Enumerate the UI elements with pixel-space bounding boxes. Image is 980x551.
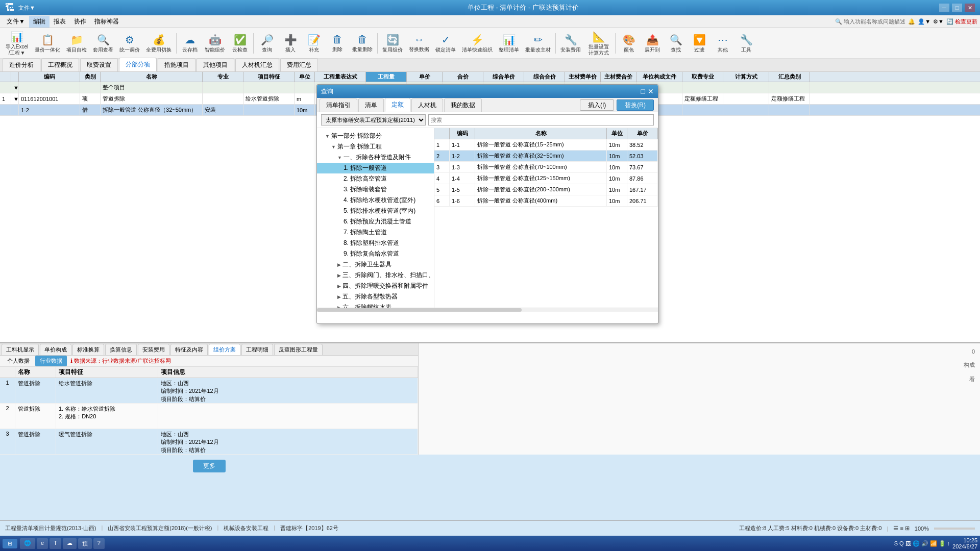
menu-collaborate[interactable]: 协作 [70,16,90,28]
menu-edit[interactable]: 编辑 [29,16,50,28]
list-row-6[interactable]: 6 1-6 拆除一般管道 公称直径(400mm) 10m 206.71 [434,195,658,207]
filter-btn[interactable]: 🔽 过滤 [688,30,710,57]
taskbar-budget[interactable]: 预 [78,538,92,549]
tab-fee-settings[interactable]: 取费设置 [80,58,118,71]
menu-report[interactable]: 报表 [50,16,70,28]
tab-std-convert[interactable]: 标准换算 [72,344,104,355]
dialog-tab-materials[interactable]: 人材机 [411,98,443,112]
batch-modify-btn[interactable]: ✏ 批量改主材 [523,30,553,57]
tab-reverse-look[interactable]: 反查图形工程量 [274,344,323,355]
taskbar-help[interactable]: ? [93,538,105,549]
taskbar-start[interactable]: ⊞ [3,539,17,548]
dialog-close-btn[interactable]: ✕ [648,87,654,95]
tab-engineering-detail[interactable]: 工程明细 [241,344,273,355]
dialog-insert-btn[interactable]: 插入(I) [580,99,614,111]
tree-item-5-pipe[interactable]: 5. 拆除排水梗枝管道(室内) [317,206,434,216]
industry-row-3[interactable]: 3 管道拆除 暖气管道拆除 地区：山西编制时间：2021年12月项目阶段：结算价… [0,429,418,455]
minimize-btn[interactable]: ─ [939,4,949,12]
tab-section-items[interactable]: 分部分项 [119,58,157,71]
tree-item-sect1[interactable]: ▼ 一、拆除各种管道及附件 [317,152,434,163]
subtab-personal[interactable]: 个人数据 [3,356,34,366]
tab-unit-comp[interactable]: 单价构成 [40,344,71,355]
subtab-industry[interactable]: 行业数据 [35,356,67,366]
check-usage-btn[interactable]: 🔍 套用查看 [90,30,116,57]
tab-other-items[interactable]: 其他项目 [197,58,234,71]
tab-install-cost[interactable]: 安装费用 [138,344,169,355]
batch-delete-btn[interactable]: 🗑 批量删除 [350,30,375,57]
import-excel-btn[interactable]: 📊 导入Excel/工程▼ [3,30,31,57]
list-row-5[interactable]: 5 1-5 拆除一般管道 公称直径(200~300mm) 10m 167.17 [434,184,658,195]
industry-row-1[interactable]: 1 管道拆除 给水管道拆除 地区：山西编制时间：2021年12月项目阶段：结算价… [0,378,418,404]
dialog-tab-my-data[interactable]: 我的数据 [444,98,482,112]
dialog-maximize-btn[interactable]: □ [641,87,645,95]
tools-btn[interactable]: 🔧 工具 [735,30,757,57]
full-apply-btn[interactable]: 💰 全费用切换 [143,30,174,57]
dialog-scrollbar[interactable] [317,308,658,312]
smart-cloud-btn[interactable]: 🤖 智能组价 [202,30,228,57]
project-info-btn[interactable]: 📁 项目自检 [64,30,89,57]
tree-item-sect2[interactable]: ▶ 二、拆除卫生器具 [317,259,434,270]
tree-item-1-pipe[interactable]: 1. 拆除一般管道 [317,163,434,173]
list-row-1[interactable]: 1 1-1 拆除一般管道 公称直径(15~25mm) 10m 38.52 [434,139,658,151]
quick-adjust-btn[interactable]: ⚡ 清单快速组织 [459,30,495,57]
tree-item-6-pipe[interactable]: 6. 拆除预应力混凝土管道 [317,216,434,227]
row1-expand[interactable]: ▼ [11,93,19,104]
tree-item-part1[interactable]: ▼ 第一部分 拆除部分 [317,131,434,141]
tree-item-sect3[interactable]: ▶ 三、拆除阀门、排水栓、扫描口、... [317,270,434,281]
dialog-quota-select[interactable]: 太原市修缮安装工程预算定额(2011) [321,114,426,126]
tree-item-sect5[interactable]: ▶ 五、拆除各型散热器 [317,291,434,302]
tree-item-7-pipe[interactable]: 7. 拆除陶土管道 [317,227,434,238]
taskbar-ie[interactable]: e [37,538,48,549]
row-expand-total[interactable]: ▼ [11,82,19,93]
tree-item-2-pipe[interactable]: 2. 拆除高空管道 [317,173,434,184]
delete-btn[interactable]: 🗑 删除 [326,30,349,57]
dialog-tab-qingdan[interactable]: 清单 [358,98,384,112]
qty-set-btn[interactable]: 📐 批量设置计算方式 [584,30,613,57]
supplement-btn[interactable]: 📝 补充 [303,30,325,57]
close-btn[interactable]: ✕ [965,4,975,12]
more-btn[interactable]: 更多 [193,460,226,472]
tab-overview[interactable]: 工程概况 [41,58,79,71]
dialog-replace-btn[interactable]: 替换(R) [617,99,654,111]
tab-materials-display[interactable]: 工料机显示 [2,344,39,355]
other-btn[interactable]: ⋯ 其他 [712,30,734,57]
reuse-qty-btn[interactable]: 🔄 复用组价 [380,30,405,57]
qty-unity-btn[interactable]: 📋 量价一体化 [32,30,63,57]
zoom-slider[interactable] [934,528,975,530]
tab-materials[interactable]: 人材机汇总 [235,58,279,71]
replace-data-btn[interactable]: ↔ 替换数据 [406,30,432,57]
tree-item-8-pipe[interactable]: 8. 拆除塑料排水管道 [317,238,434,248]
tree-item-3-pipe[interactable]: 3. 拆除暗装套管 [317,184,434,195]
unified-adjust-btn[interactable]: ⚙ 统一调价 [117,30,142,57]
tree-item-chapter1[interactable]: ▼ 第一章 拆除工程 [317,141,434,152]
tree-item-9-pipe[interactable]: 9. 拆除复合给水管道 [317,248,434,259]
menu-index[interactable]: 指标神器 [90,16,123,28]
install-fee-btn[interactable]: 🔧 安装费用 [558,30,583,57]
list-row-4[interactable]: 4 1-4 拆除一般管道 公称直径(125~150mm) 10m 87.86 [434,173,658,184]
taskbar-cloud[interactable]: ☁ [63,538,77,549]
tab-measures[interactable]: 措施项目 [158,58,195,71]
tab-fee-summary[interactable]: 费用汇总 [280,58,318,71]
industry-row-2[interactable]: 2 管道拆除 1. 名称：给水管道拆除2. 规格：DN20 [0,404,418,429]
tab-group-plan[interactable]: 组价方案 [209,344,240,355]
taskbar-app1[interactable]: T [50,538,61,549]
window-controls[interactable]: ─ □ ✕ [939,4,975,12]
expand-btn[interactable]: 📤 展开到 [641,30,664,57]
tree-item-4-pipe[interactable]: 4. 拆除给水梗枝管道(室外) [317,195,434,206]
taskbar-browser[interactable]: 🌐 [20,538,35,549]
dialog-tab-qingdan-guide[interactable]: 清单指引 [320,98,357,112]
tab-convert-info[interactable]: 换算信息 [105,344,137,355]
tree-item-sect6[interactable]: ▶ 六、拆除螺纹水表 [317,302,434,308]
cloud-file-btn[interactable]: ☁ 云存档 [179,30,201,57]
tree-item-sect4[interactable]: ▶ 四、拆除理暖交换器和附属零件 [317,281,434,291]
dialog-search-input[interactable] [428,114,654,126]
shade-btn[interactable]: 🎨 颜色 [618,30,640,57]
dialog-scrollbar-thumb[interactable] [317,308,522,312]
tab-cost-analysis[interactable]: 造价分析 [3,58,40,71]
maximize-btn[interactable]: □ [952,4,962,12]
query-btn[interactable]: 🔎 查询 [256,30,278,57]
find-btn[interactable]: 🔍 查找 [665,30,687,57]
query-dialog[interactable]: 查询 □ ✕ 插入(I) 替换(R) 清单指引 清单 定额 人材机 我的数据 太… [316,84,658,324]
confirm-clear-btn[interactable]: ✓ 锁定清单 [433,30,458,57]
organize-btn[interactable]: 📊 整理清单 [496,30,522,57]
